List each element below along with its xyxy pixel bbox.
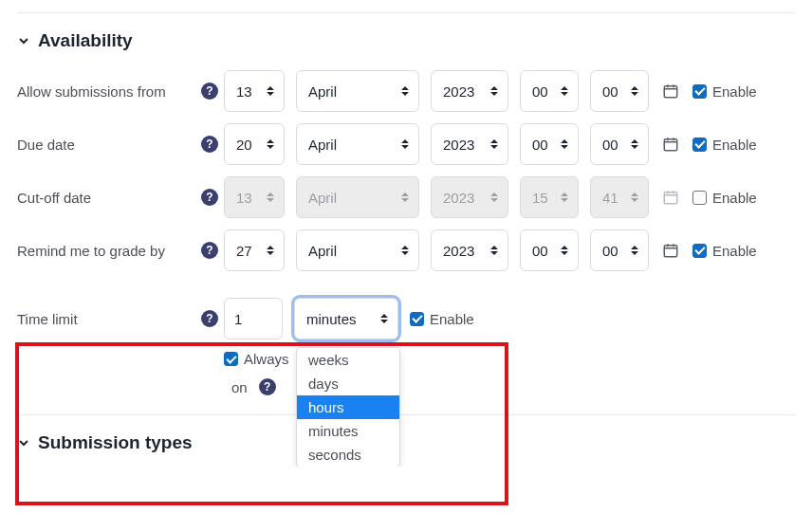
sort-icon [267, 192, 274, 202]
sort-icon [490, 139, 498, 149]
checkbox-icon [224, 352, 238, 366]
row-allow-from: Allow submissions from ? 13 April 2023 0… [17, 64, 795, 118]
sort-icon [401, 139, 409, 149]
timelimit-unit-dropdown[interactable]: weeksdayshoursminutesseconds [296, 347, 400, 467]
due-month-select[interactable]: April [296, 123, 419, 165]
sort-icon [267, 246, 274, 255]
sort-icon [401, 86, 409, 96]
sort-icon [490, 246, 498, 255]
cutoff-day-select: 13 [224, 176, 285, 218]
checkbox-icon [692, 137, 707, 152]
allow-from-month-select[interactable]: April [296, 70, 419, 112]
calendar-icon [660, 187, 681, 208]
help-icon[interactable]: ? [259, 378, 276, 395]
submission-types-title: Submission types [38, 432, 193, 453]
help-icon[interactable]: ? [201, 189, 218, 206]
help-icon[interactable]: ? [201, 82, 218, 100]
submission-types-section-toggle[interactable]: Submission types [17, 432, 795, 453]
cutoff-year-select: 2023 [431, 176, 508, 218]
unit-option-minutes[interactable]: minutes [297, 419, 399, 443]
remind-year-select[interactable]: 2023 [431, 229, 508, 271]
help-icon[interactable]: ? [201, 310, 218, 327]
label-remind: Remind me to grade by [17, 243, 201, 259]
calendar-icon[interactable] [660, 134, 681, 155]
help-icon[interactable]: ? [201, 136, 218, 153]
chevron-down-icon [17, 34, 30, 47]
sort-icon [267, 139, 274, 149]
label-timelimit: Time limit [17, 311, 201, 327]
due-hour-select[interactable]: 00 [520, 123, 579, 165]
row-due-date: Due date ? 20 April 2023 00 00 Enable [17, 118, 795, 171]
allow-from-enable[interactable]: Enable [692, 83, 757, 100]
calendar-icon[interactable] [660, 240, 681, 261]
checkbox-icon [692, 84, 707, 99]
svg-rect-2 [664, 192, 677, 204]
svg-rect-1 [664, 139, 677, 151]
svg-rect-0 [664, 86, 677, 98]
label-cutoff: Cut-off date [17, 190, 201, 206]
due-min-select[interactable]: 00 [590, 123, 649, 165]
sort-icon [561, 246, 568, 255]
sort-icon [561, 86, 568, 96]
sort-icon [561, 139, 568, 149]
availability-section-toggle[interactable]: Availability [17, 30, 795, 51]
remind-min-select[interactable]: 00 [590, 229, 649, 271]
svg-rect-3 [664, 246, 677, 257]
label-allow-from: Allow submissions from [17, 83, 201, 100]
unit-option-hours[interactable]: hours [297, 395, 399, 419]
sort-icon [401, 192, 409, 202]
chevron-down-icon [17, 436, 30, 449]
remind-enable[interactable]: Enable [692, 243, 757, 259]
remind-hour-select[interactable]: 00 [520, 229, 579, 271]
sort-icon [631, 86, 638, 96]
due-year-select[interactable]: 2023 [431, 123, 508, 165]
label-due-date: Due date [17, 137, 201, 153]
allow-from-year-select[interactable]: 2023 [431, 70, 508, 112]
row-cutoff: Cut-off date ? 13 April 2023 15 41 Enabl… [17, 171, 795, 224]
row-timelimit: Time limit ? minutes Enable weeksdayshou… [17, 292, 795, 345]
row-remind: Remind me to grade by ? 27 April 2023 00… [17, 224, 795, 277]
allow-from-hour-select[interactable]: 00 [520, 70, 579, 112]
timelimit-enable[interactable]: Enable [410, 311, 474, 327]
cutoff-min-select: 41 [590, 176, 649, 218]
availability-title: Availability [38, 30, 133, 51]
always-show-trailing: on [231, 379, 248, 395]
unit-option-weeks[interactable]: weeks [297, 348, 399, 372]
allow-from-day-select[interactable]: 13 [224, 70, 285, 112]
row-always-show: Always on ? [17, 345, 795, 401]
allow-from-min-select[interactable]: 00 [590, 70, 649, 112]
sort-icon [490, 192, 498, 202]
remind-month-select[interactable]: April [296, 229, 419, 271]
due-day-select[interactable]: 20 [224, 123, 285, 165]
timelimit-unit-select[interactable]: minutes [294, 298, 398, 339]
unit-option-days[interactable]: days [297, 372, 399, 395]
calendar-icon[interactable] [660, 81, 681, 101]
help-icon[interactable]: ? [201, 242, 218, 259]
sort-icon [490, 86, 498, 96]
cutoff-month-select: April [296, 176, 419, 218]
sort-icon [631, 246, 638, 255]
always-show-checkbox[interactable]: Always [224, 351, 289, 367]
sort-icon [380, 314, 388, 323]
sort-icon [631, 139, 638, 149]
remind-day-select[interactable]: 27 [224, 229, 285, 271]
sort-icon [401, 246, 409, 255]
checkbox-icon [692, 191, 707, 205]
sort-icon [267, 86, 274, 96]
cutoff-enable[interactable]: Enable [692, 190, 757, 206]
timelimit-value-input[interactable] [224, 298, 283, 339]
checkbox-icon [410, 312, 424, 326]
checkbox-icon [692, 244, 707, 258]
sort-icon [631, 192, 638, 202]
unit-option-seconds[interactable]: seconds [297, 443, 399, 467]
cutoff-hour-select: 15 [520, 176, 579, 218]
due-enable[interactable]: Enable [692, 137, 757, 153]
sort-icon [561, 192, 568, 202]
